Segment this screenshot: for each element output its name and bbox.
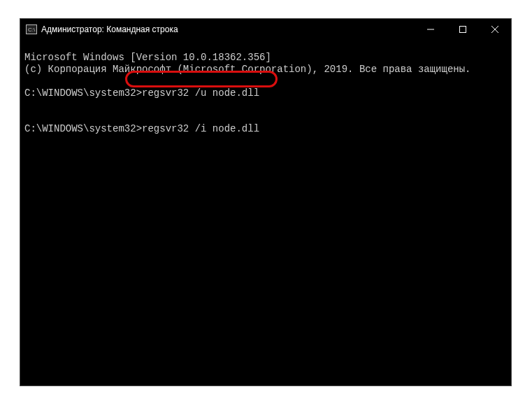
svg-rect-1 <box>460 27 466 33</box>
close-button[interactable] <box>479 19 511 40</box>
cmd-icon: C:\ <box>26 24 37 34</box>
command-text: regsvr32 /u node.dll <box>142 87 259 99</box>
maximize-icon <box>459 26 466 33</box>
terminal-body[interactable]: Microsoft Windows [Version 10.0.18362.35… <box>20 40 511 386</box>
command-text: regsvr32 /i node.dll <box>142 123 259 135</box>
header-line-1: Microsoft Windows [Version 10.0.18362.35… <box>24 52 271 63</box>
header-line-2: (c) Корпорация Майкрософт (Microsoft Cor… <box>24 64 471 75</box>
prompt-path: C:\WINDOWS\system32> <box>24 123 142 135</box>
blank-line <box>24 111 30 122</box>
minimize-button[interactable] <box>415 19 447 40</box>
cmd-window: C:\ Администратор: Командная строка Micr… <box>20 18 512 386</box>
prompt-line-1: C:\WINDOWS\system32>regsvr32 /u node.dll <box>24 87 507 99</box>
prompt-line-2: C:\WINDOWS\system32>regsvr32 /i node.dll <box>24 123 507 135</box>
maximize-button[interactable] <box>447 19 479 40</box>
window-controls <box>415 19 511 40</box>
titlebar[interactable]: C:\ Администратор: Командная строка <box>20 19 511 40</box>
close-icon <box>491 26 498 33</box>
blank-line <box>24 76 30 87</box>
minimize-icon <box>427 26 434 33</box>
prompt-path: C:\WINDOWS\system32> <box>24 87 142 99</box>
window-title: Администратор: Командная строка <box>41 24 178 34</box>
